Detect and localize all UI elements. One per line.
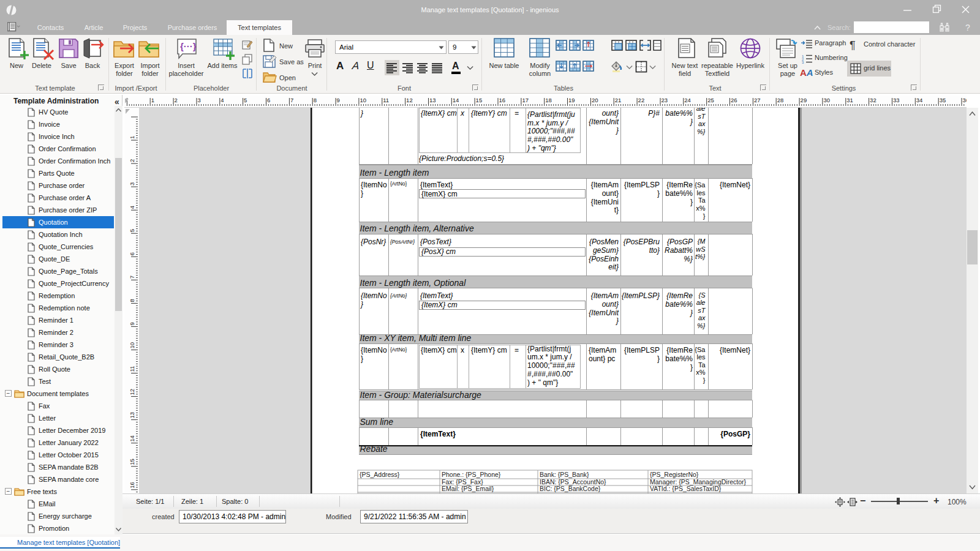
svg-text:3: 3 [129, 182, 135, 186]
svg-text:ount}: ount} [602, 109, 619, 118]
svg-text:{Picture:Production;s=0.5}: {Picture:Production;s=0.5} [419, 154, 504, 163]
svg-text:Item - Length item, Alternativ: Item - Length item, Alternative [360, 223, 474, 233]
svg-text:2: 2 [129, 159, 135, 162]
svg-text:sT: sT [698, 307, 706, 314]
svg-text:}: } [361, 189, 363, 198]
svg-text:{ItemY} cm: {ItemY} cm [471, 109, 507, 118]
svg-text:Rabatt%: Rabatt% [665, 246, 693, 255]
svg-text:16: 16 [129, 482, 135, 489]
svg-text:=: = [514, 346, 519, 354]
svg-text:10000;"###,##: 10000;"###,## [527, 127, 575, 135]
svg-text:Phone.: {PS_Phone}: Phone.: {PS_Phone} [442, 471, 501, 478]
svg-text:9: 9 [129, 322, 135, 325]
svg-text:{S: {S [698, 291, 706, 299]
svg-text:6: 6 [129, 252, 135, 255]
svg-text:14: 14 [453, 97, 459, 103]
svg-text:13: 13 [429, 97, 436, 103]
svg-text:les: les [696, 353, 706, 361]
svg-text:les: les [696, 189, 706, 197]
svg-text:{ItemAm: {ItemAm [591, 291, 619, 300]
svg-text:{ItemAm: {ItemAm [589, 346, 616, 354]
svg-text:10: 10 [360, 97, 366, 103]
svg-text:}: } [657, 189, 660, 198]
svg-text:33: 33 [893, 97, 900, 103]
svg-text:{···}: {···} [180, 41, 197, 51]
svg-text:{ItemUnit: {ItemUnit [589, 118, 619, 126]
svg-text:=: = [514, 109, 519, 118]
svg-text:{ItemPLSP: {ItemPLSP [624, 346, 660, 354]
svg-text:ount} pc: ount} pc [589, 354, 615, 363]
svg-text:{PosMen: {PosMen [589, 238, 619, 246]
svg-text:{Sa: {Sa [695, 181, 706, 189]
svg-text:12: 12 [406, 97, 413, 103]
svg-text:{ItemRe: {ItemRe [666, 181, 693, 189]
svg-text:}: } [690, 363, 693, 372]
svg-text:32: 32 [870, 97, 876, 103]
svg-text:17: 17 [522, 97, 529, 103]
svg-text:{ItemX} cm: {ItemX} cm [421, 109, 457, 118]
svg-text:{Partlist|frmt(j: {Partlist|frmt(j [527, 345, 571, 353]
svg-text:{PS_Address}: {PS_Address} [360, 471, 400, 478]
svg-text:}: } [360, 300, 363, 309]
svg-text:10000;"###,##: 10000;"###,## [527, 361, 575, 370]
svg-text:27: 27 [754, 97, 761, 103]
svg-text:4: 4 [221, 97, 224, 103]
svg-text:ale: ale [696, 299, 706, 306]
svg-text:Rebate: Rebate [360, 444, 388, 454]
svg-text:VATId.: {PS_SalesTaxID}: VATId.: {PS_SalesTaxID} [650, 485, 722, 492]
svg-text:wS: wS [696, 246, 706, 253]
svg-text:28: 28 [777, 97, 784, 103]
svg-text:}: } [690, 198, 693, 206]
svg-text:sT: sT [698, 113, 706, 120]
svg-text:}: } [616, 317, 619, 325]
svg-text:) + " qm"}: ) + " qm"} [527, 378, 558, 387]
svg-text:EMail: {PS_Email}: EMail: {PS_Email} [442, 485, 494, 492]
svg-text:{ItemRe: {ItemRe [666, 346, 693, 354]
svg-text:{PosX} cm: {PosX} cm [421, 247, 456, 256]
svg-text:16: 16 [499, 97, 506, 103]
svg-text:9: 9 [337, 97, 340, 103]
svg-text:ax: ax [698, 120, 706, 127]
svg-text:m.x * jum.y /: m.x * jum.y / [527, 119, 569, 127]
svg-text:3: 3 [802, 61, 804, 64]
svg-text:{ArtNo}: {ArtNo} [390, 347, 407, 353]
svg-text:{ItemRe: {ItemRe [666, 291, 693, 300]
svg-text:}: } [657, 354, 660, 363]
svg-text:25: 25 [707, 97, 714, 103]
svg-text:{PosNr}: {PosNr} [361, 238, 386, 246]
svg-text:%}: %} [697, 322, 706, 329]
svg-text:}: } [703, 212, 706, 220]
svg-text:{ItemNo: {ItemNo [361, 181, 387, 189]
svg-text:ax: ax [698, 314, 706, 321]
svg-text:34: 34 [916, 97, 923, 103]
svg-text:{PosText}: {PosText} [420, 238, 451, 246]
svg-text:{Partlist|frmt(ju: {Partlist|frmt(ju [527, 110, 575, 119]
svg-text:8: 8 [129, 299, 135, 302]
svg-text:{PosEinh: {PosEinh [589, 255, 619, 263]
svg-text:35: 35 [940, 97, 946, 103]
svg-text:%}: %} [684, 255, 693, 263]
svg-text:) + "qm"}: ) + "qm"} [526, 144, 556, 152]
svg-text:t%}: t%} [695, 253, 706, 260]
svg-text:6: 6 [267, 97, 270, 103]
svg-text:Item - Length item, Optional: Item - Length item, Optional [360, 278, 467, 288]
svg-text:bate%%: bate%% [665, 189, 693, 198]
svg-text:11: 11 [129, 366, 135, 372]
svg-text:13: 13 [129, 412, 135, 419]
svg-text:%}: %} [697, 128, 706, 135]
svg-text:21: 21 [615, 97, 622, 103]
svg-text:um.x * jum.y /: um.x * jum.y / [527, 353, 572, 361]
svg-text:15: 15 [129, 459, 135, 465]
svg-text:}: } [361, 354, 363, 363]
svg-text:29: 29 [801, 97, 807, 103]
svg-text:#,###,##0.00": #,###,##0.00" [527, 370, 573, 378]
svg-text:{ItemX} cm: {ItemX} cm [421, 190, 458, 198]
svg-text:5: 5 [129, 229, 135, 232]
svg-text:ale: ale [696, 108, 706, 112]
svg-text:}: } [690, 309, 693, 317]
svg-text:{ItemUnit: {ItemUnit [589, 309, 619, 317]
svg-text:36: 36 [963, 97, 967, 103]
svg-text:{ItemNo: {ItemNo [361, 291, 387, 300]
svg-text:Item - Length item: Item - Length item [360, 168, 429, 178]
svg-text:x%: x% [696, 369, 706, 376]
